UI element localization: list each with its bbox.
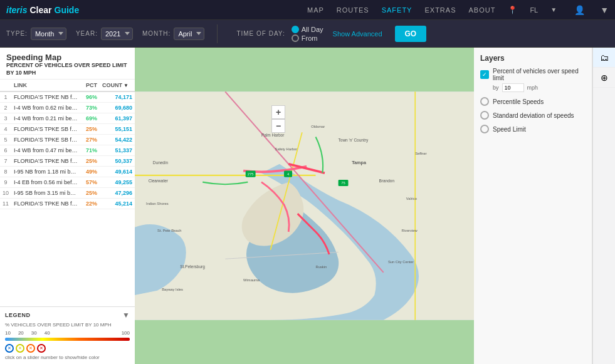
all-day-radio[interactable]: All Day (292, 26, 323, 33)
slider-orange-icon[interactable]: ✕ (26, 344, 35, 353)
slider-blue-icon[interactable]: ✕ (5, 344, 14, 353)
layer-checkbox-percentile[interactable] (480, 97, 489, 106)
row-pct: 25% (81, 188, 100, 199)
legend-toggle-icon[interactable]: ▼ (122, 311, 130, 320)
table-row[interactable]: 8 I-95 NB from 1.18 mi before... 49% 49,… (0, 167, 135, 177)
legend-scale-nums: 10 20 30 40 100 (5, 330, 130, 336)
svg-text:St. Pete Beach: St. Pete Beach (157, 229, 181, 232)
menu-icon[interactable]: ▼ (600, 5, 609, 15)
table-row[interactable]: 5 FLORIDA'S TPKE SB from 5.3... 27% 54,4… (0, 135, 135, 145)
row-link: FLORIDA'S TPKE NB from 5... (11, 156, 81, 167)
table-row[interactable]: 11 FLORIDA'S TPKE NB from EX... 22% 45,2… (0, 199, 135, 209)
show-advanced-link[interactable]: Show Advanced (333, 30, 382, 38)
svg-text:275: 275 (248, 172, 254, 176)
svg-text:Brandon: Brandon (379, 179, 395, 183)
speeding-table-container: LINK PCT COUNT ▼ 1 FLORIDA'S TPKE NB fro… (0, 80, 135, 306)
col-count[interactable]: COUNT ▼ (100, 80, 135, 91)
table-row[interactable]: 1 FLORIDA'S TPKE NB from 1... 96% 74,171 (0, 91, 135, 103)
col-link[interactable]: LINK (11, 80, 81, 91)
nav-map[interactable]: MAP (307, 6, 324, 14)
layer-row-percentile[interactable]: Percentile Speeds (480, 97, 586, 106)
nav-safety[interactable]: SAFETY (382, 6, 413, 14)
zoom-out-button[interactable]: − (271, 119, 285, 133)
row-pct: 49% (81, 167, 100, 177)
row-pct: 57% (81, 177, 100, 188)
row-count: 61,397 (100, 113, 135, 124)
zoom-in-button[interactable]: + (271, 105, 285, 119)
svg-text:Town 'n' Country: Town 'n' Country (339, 138, 369, 143)
all-day-radio-dot (292, 26, 299, 33)
row-pct: 69% (81, 113, 100, 124)
region-label[interactable]: FL (530, 6, 538, 14)
nav-about[interactable]: ABOUT (468, 6, 495, 14)
layer-checkbox-percent[interactable]: ✓ (480, 70, 489, 79)
main-layout: Speeding Map PERCENT OF VEHICLES OVER SP… (0, 48, 615, 364)
type-group: TYPE: Month (6, 28, 66, 40)
legend-title: LEGEND (5, 312, 31, 318)
table-row[interactable]: 2 I-4 WB from 0.62 mi before... 73% 69,6… (0, 103, 135, 113)
row-pct: 25% (81, 124, 100, 135)
svg-text:Oldsmar: Oldsmar (311, 125, 325, 128)
legend-panel: LEGEND ▼ % VEHICLES OVER SPEED LIMIT BY … (0, 306, 135, 364)
slider-yellow-icon[interactable]: ✕ (16, 344, 24, 353)
layer-row-stddev[interactable]: Standard deviation of speeds (480, 111, 586, 120)
svg-text:Wimauma: Wimauma (243, 278, 260, 282)
row-count: 47,296 (100, 188, 135, 199)
table-row[interactable]: 4 FLORIDA'S TPKE SB from 4.4... 25% 55,1… (0, 124, 135, 135)
time-section: TIME OF DAY: All Day From Show Advanced … (236, 26, 426, 42)
row-link: I-4 WB from 0.47 mi before... (11, 145, 81, 156)
map-area[interactable]: + − (135, 48, 474, 364)
row-link: FLORIDA'S TPKE SB from 5.3... (11, 135, 81, 145)
table-row[interactable]: 10 I-95 SB from 3.15 mi before... 25% 47… (0, 188, 135, 199)
profile-icon[interactable]: 👤 (574, 5, 585, 15)
month-group: MONTH: April (142, 28, 204, 40)
row-num: 7 (0, 156, 11, 167)
settings-icon-button[interactable]: ⊕ (593, 68, 615, 88)
slider-red-icon[interactable]: ✕ (37, 344, 46, 353)
chevron-down-icon[interactable]: ▼ (550, 6, 557, 13)
speed-input[interactable] (502, 83, 524, 92)
col-pct[interactable]: PCT (81, 80, 100, 91)
year-group: YEAR: 2021 (76, 28, 133, 40)
logo-iteris: iteris (6, 5, 27, 15)
svg-text:Bayway Isles: Bayway Isles (162, 288, 183, 291)
table-row[interactable]: 3 I-4 WB from 0.21 mi before... 69% 61,3… (0, 113, 135, 124)
svg-text:Dunedin: Dunedin (153, 160, 169, 165)
col-num (0, 80, 11, 91)
layer-label-speedlimit: Speed Limit (493, 126, 526, 133)
row-num: 5 (0, 135, 11, 145)
svg-text:Tampa: Tampa (352, 160, 367, 165)
speeding-table: LINK PCT COUNT ▼ 1 FLORIDA'S TPKE NB fro… (0, 80, 135, 209)
month-select[interactable]: April (174, 28, 204, 40)
left-panel: Speeding Map PERCENT OF VEHICLES OVER SP… (0, 48, 135, 364)
layer-checkbox-stddev[interactable] (480, 111, 489, 120)
layer-row-speedlimit[interactable]: Speed Limit (480, 125, 586, 133)
nav-extras[interactable]: EXTRAS (424, 6, 456, 14)
legend-header: LEGEND ▼ (5, 311, 130, 320)
table-row[interactable]: 7 FLORIDA'S TPKE NB from 5... 25% 50,337 (0, 156, 135, 167)
filter-bar: TYPE: Month YEAR: 2021 MONTH: April TIME… (0, 20, 615, 48)
layer-item-percent: ✓ Percent of vehicles over speed limit b… (480, 68, 586, 92)
time-radio-group: All Day From (292, 26, 323, 42)
row-pct: 71% (81, 145, 100, 156)
layers-icon-button[interactable]: 🗂 (593, 48, 615, 68)
nav-routes[interactable]: ROUTES (337, 6, 369, 14)
row-num: 9 (0, 177, 11, 188)
from-radio[interactable]: From (292, 34, 323, 42)
table-row[interactable]: 9 I-4 EB from 0.56 mi before E... 57% 49… (0, 177, 135, 188)
row-count: 74,171 (100, 91, 135, 103)
row-num: 1 (0, 91, 11, 103)
type-select[interactable]: Month (31, 28, 66, 40)
svg-text:Valrico: Valrico (406, 197, 417, 200)
mph-label: mph (527, 85, 539, 91)
speeding-map-subtitle: PERCENT OF VEHICLES OVER SPEED LIMIT BY … (6, 62, 129, 76)
legend-subtitle: % VEHICLES OVER SPEED LIMIT BY 10 MPH (5, 322, 130, 328)
year-select[interactable]: 2021 (101, 28, 133, 40)
table-row[interactable]: 6 I-4 WB from 0.47 mi before... 71% 51,3… (0, 145, 135, 156)
speeding-map-header: Speeding Map PERCENT OF VEHICLES OVER SP… (0, 48, 135, 80)
go-button[interactable]: GO (395, 26, 427, 42)
layer-item-speedlimit: Speed Limit (480, 125, 586, 133)
legend-gradient-bar (5, 338, 130, 341)
layer-checkbox-speedlimit[interactable] (480, 125, 489, 133)
legend-sliders: ✕ ✕ ✕ ✕ (5, 344, 130, 353)
